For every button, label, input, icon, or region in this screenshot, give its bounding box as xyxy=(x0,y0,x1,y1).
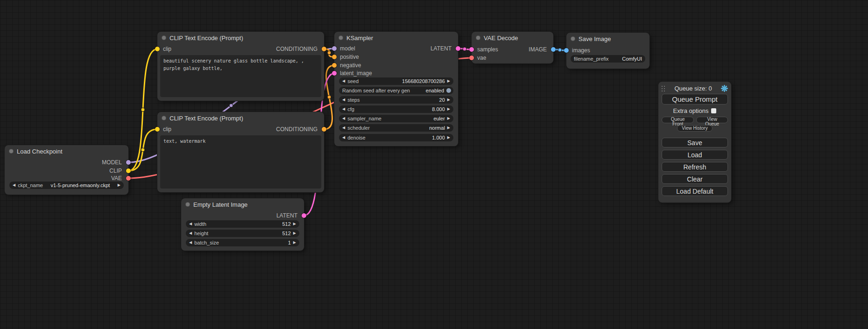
widget-height[interactable]: ◀ height 512 ▶ xyxy=(186,230,299,237)
node-title-bar[interactable]: CLIP Text Encode (Prompt) xyxy=(157,32,324,44)
node-vae-decode[interactable]: VAE Decode samples vae IMAGE xyxy=(472,32,553,63)
output-label-image: IMAGE xyxy=(529,46,547,53)
clip-input-port[interactable] xyxy=(155,47,160,51)
vae-input-port[interactable] xyxy=(469,56,474,60)
widget-label: denoise xyxy=(347,135,366,140)
collapse-dot-icon[interactable] xyxy=(185,202,190,207)
node-title-bar[interactable]: Load Checkpoint xyxy=(5,145,128,157)
load-default-button[interactable]: Load Default xyxy=(662,186,728,196)
widget-denoise[interactable]: ◀ denoise 1.000 ▶ xyxy=(339,134,453,141)
decrement-arrow-icon[interactable]: ◀ xyxy=(342,126,345,130)
prompt-text-field[interactable]: beautiful scenery nature glass bottle la… xyxy=(160,55,321,97)
node-title: CLIP Text Encode (Prompt) xyxy=(169,35,243,42)
decrement-arrow-icon[interactable]: ◀ xyxy=(189,222,192,226)
extra-options-checkbox[interactable] xyxy=(711,108,716,113)
collapse-dot-icon[interactable] xyxy=(162,116,166,120)
node-title-bar[interactable]: VAE Decode xyxy=(472,32,553,44)
increment-arrow-icon[interactable]: ▶ xyxy=(118,183,120,187)
decrement-arrow-icon[interactable]: ◀ xyxy=(13,183,15,187)
positive-input-port[interactable] xyxy=(332,55,337,59)
clip-output-port[interactable] xyxy=(126,168,131,173)
node-load-checkpoint[interactable]: Load Checkpoint MODEL CLIP VAE ◀ ckpt_na… xyxy=(5,145,128,195)
decrement-arrow-icon[interactable]: ◀ xyxy=(342,107,345,111)
latent-output-port[interactable] xyxy=(456,46,460,51)
prompt-text-field[interactable]: text, watermark xyxy=(160,135,321,189)
conditioning-output-port[interactable] xyxy=(322,47,326,51)
input-label-clip: clip xyxy=(163,46,171,52)
increment-arrow-icon[interactable]: ▶ xyxy=(293,222,296,226)
model-output-port[interactable] xyxy=(126,160,131,165)
collapse-dot-icon[interactable] xyxy=(476,35,480,40)
node-title-bar[interactable]: CLIP Text Encode (Prompt) xyxy=(157,112,324,124)
node-clip-text-encode-negative[interactable]: CLIP Text Encode (Prompt) clip CONDITION… xyxy=(157,112,324,192)
node-ksampler[interactable]: KSampler model positive negative latent_… xyxy=(334,32,458,146)
increment-arrow-icon[interactable]: ▶ xyxy=(293,241,296,245)
widget-steps[interactable]: ◀ steps 20 ▶ xyxy=(339,96,453,104)
increment-arrow-icon[interactable]: ▶ xyxy=(447,117,450,120)
collapse-dot-icon[interactable] xyxy=(571,36,575,41)
latent-output-port[interactable] xyxy=(302,213,306,218)
node-clip-text-encode-positive[interactable]: CLIP Text Encode (Prompt) clip CONDITION… xyxy=(157,32,324,101)
widget-batch-size[interactable]: ◀ batch_size 1 ▶ xyxy=(186,239,299,246)
collapse-dot-icon[interactable] xyxy=(162,35,166,40)
node-title: Save Image xyxy=(579,35,611,42)
decrement-arrow-icon[interactable]: ◀ xyxy=(189,241,192,245)
widget-value: ComfyUI xyxy=(611,56,642,62)
output-label-vae: VAE xyxy=(111,175,122,182)
queue-panel: Queue size: 0 Queue Prompt Extra options… xyxy=(658,82,731,203)
queue-prompt-button[interactable]: Queue Prompt xyxy=(662,94,728,105)
widget-scheduler[interactable]: ◀ scheduler normal ▶ xyxy=(339,124,453,132)
node-title-bar[interactable]: Save Image xyxy=(566,33,649,45)
conditioning-output-port[interactable] xyxy=(322,127,326,132)
widget-random-seed-toggle[interactable]: Random seed after every gen enabled xyxy=(339,87,453,94)
images-input-port[interactable] xyxy=(564,48,569,53)
widget-label: scheduler xyxy=(347,125,370,131)
latent-image-input-port[interactable] xyxy=(332,71,337,76)
increment-arrow-icon[interactable]: ▶ xyxy=(293,231,296,235)
node-empty-latent-image[interactable]: Empty Latent Image LATENT ◀ width 512 ▶ … xyxy=(181,198,304,251)
image-output-port[interactable] xyxy=(551,47,556,52)
vae-output-port[interactable] xyxy=(126,176,131,181)
settings-gear-icon[interactable] xyxy=(721,85,728,92)
widget-value: 512 xyxy=(211,231,291,236)
collapse-dot-icon[interactable] xyxy=(9,149,14,154)
increment-arrow-icon[interactable]: ▶ xyxy=(447,136,450,140)
node-title-bar[interactable]: KSampler xyxy=(334,32,458,44)
model-input-port[interactable] xyxy=(332,46,337,51)
widget-width[interactable]: ◀ width 512 ▶ xyxy=(186,220,299,228)
widget-seed[interactable]: ◀ seed 156680208700286 ▶ xyxy=(339,77,453,85)
refresh-button[interactable]: Refresh xyxy=(662,162,728,172)
save-button[interactable]: Save xyxy=(662,138,728,147)
widget-cfg[interactable]: ◀ cfg 8.000 ▶ xyxy=(339,105,453,113)
increment-arrow-icon[interactable]: ▶ xyxy=(447,126,450,130)
samples-input-port[interactable] xyxy=(469,47,474,52)
negative-input-port[interactable] xyxy=(332,63,337,68)
decrement-arrow-icon[interactable]: ◀ xyxy=(342,136,345,140)
clear-button[interactable]: Clear xyxy=(662,174,728,184)
view-queue-button[interactable]: View Queue xyxy=(696,117,728,123)
increment-arrow-icon[interactable]: ▶ xyxy=(447,98,450,102)
decrement-arrow-icon[interactable]: ◀ xyxy=(189,231,192,235)
view-history-button[interactable]: View History xyxy=(677,125,712,132)
decrement-arrow-icon[interactable]: ◀ xyxy=(342,117,345,120)
load-button[interactable]: Load xyxy=(662,150,728,160)
collapse-dot-icon[interactable] xyxy=(339,35,343,40)
widget-label: batch_size xyxy=(194,240,219,245)
widget-value: 8.000 xyxy=(357,106,445,112)
widget-sampler-name[interactable]: ◀ sampler_name euler ▶ xyxy=(339,115,453,122)
drag-handle-icon[interactable] xyxy=(662,85,665,91)
widget-ckpt-name[interactable]: ◀ ckpt_name v1-5-pruned-emaonly.ckpt ▶ xyxy=(9,182,124,189)
widget-label: Random seed after every gen xyxy=(342,88,410,93)
clip-input-port[interactable] xyxy=(155,127,160,132)
increment-arrow-icon[interactable]: ▶ xyxy=(447,79,450,83)
toggle-dot-icon[interactable] xyxy=(446,88,451,93)
decrement-arrow-icon[interactable]: ◀ xyxy=(342,98,345,102)
queue-front-button[interactable]: Queue Front xyxy=(662,117,694,123)
decrement-arrow-icon[interactable]: ◀ xyxy=(342,79,345,83)
widget-filename-prefix[interactable]: filename_prefix ComfyUI xyxy=(571,55,645,63)
increment-arrow-icon[interactable]: ▶ xyxy=(447,107,450,111)
node-save-image[interactable]: Save Image images filename_prefix ComfyU… xyxy=(566,33,649,69)
node-title-bar[interactable]: Empty Latent Image xyxy=(181,198,304,210)
output-label-clip: CLIP xyxy=(109,168,122,174)
node-graph-canvas[interactable]: Load Checkpoint MODEL CLIP VAE ◀ ckpt_na… xyxy=(0,0,868,329)
